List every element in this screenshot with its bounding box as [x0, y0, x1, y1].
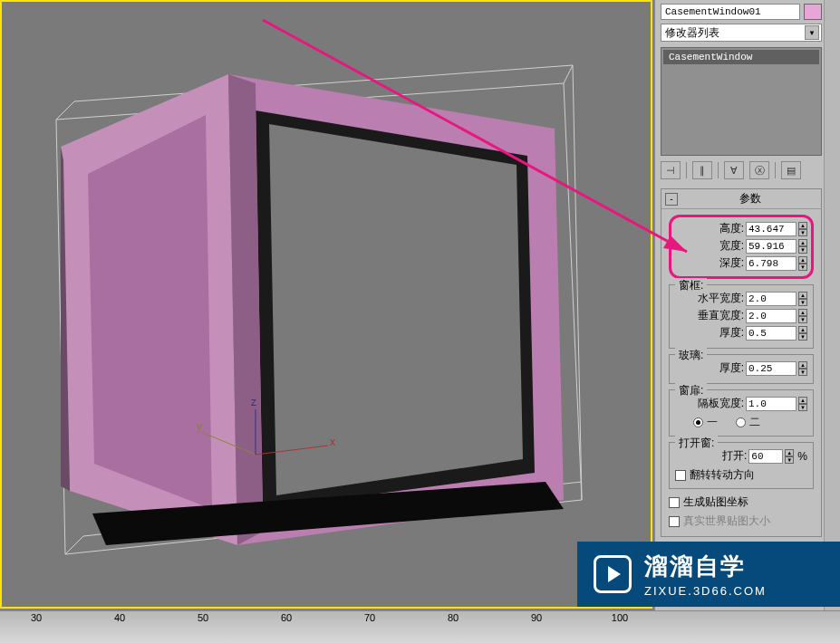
svg-text:y: y — [197, 420, 202, 433]
make-unique-icon[interactable]: ∀ — [724, 161, 744, 179]
ruler-tick: 70 — [364, 612, 375, 623]
checkbox-icon — [669, 516, 680, 527]
ruler-tick: 50 — [198, 612, 208, 623]
width-spinner[interactable]: ▲▼ — [798, 239, 807, 254]
rollout-title: 参数 — [683, 191, 817, 206]
vwidth-label: 垂直宽度: — [698, 308, 744, 323]
modifier-list-dropdown[interactable]: 修改器列表 — [661, 24, 822, 42]
height-spinner[interactable]: ▲▼ — [798, 222, 807, 236]
play-icon — [594, 555, 632, 593]
radio-label: 一 — [707, 415, 718, 430]
hwidth-spinner[interactable]: ▲▼ — [798, 292, 807, 306]
checkbox-icon — [669, 497, 680, 508]
height-label: 高度: — [719, 221, 744, 236]
radio-icon — [693, 417, 703, 427]
rollout-header[interactable]: - 参数 — [661, 189, 821, 209]
stack-item[interactable]: CasementWindow — [663, 50, 819, 64]
frame-group: 窗框: 水平宽度: ▲▼ 垂直宽度: ▲▼ 厚度: ▲▼ — [669, 284, 814, 349]
radio-label: 二 — [749, 415, 760, 430]
ruler-tick: 30 — [31, 612, 42, 623]
ruler-tick: 90 — [531, 612, 542, 623]
ruler-tick: 60 — [281, 612, 292, 623]
frame-legend: 窗框: — [675, 278, 707, 293]
watermark-title: 溜溜自学 — [644, 551, 767, 582]
open-unit: % — [797, 450, 807, 463]
radio-icon — [736, 417, 746, 427]
rollout-collapse-icon[interactable]: - — [665, 193, 678, 206]
panels-one-radio[interactable]: 一 — [693, 415, 718, 430]
panels-two-radio[interactable]: 二 — [736, 415, 760, 430]
stack-toolbar: ⊣ ∥ ∀ ⓧ ▤ — [661, 159, 822, 181]
checkbox-label: 真实世界贴图大小 — [683, 513, 770, 529]
ruler-tick: 100 — [612, 612, 628, 623]
casement-group: 窗扉: 隔板宽度: ▲▼ 一 二 — [669, 389, 814, 437]
dropdown-label: 修改器列表 — [665, 25, 719, 41]
checkbox-icon — [675, 470, 686, 481]
parameters-rollout: - 参数 高度: ▲▼ 宽度: ▲▼ 深度: — [661, 188, 822, 537]
vwidth-field[interactable] — [746, 309, 797, 323]
watermark-banner: 溜溜自学 ZIXUE.3D66.COM — [577, 542, 840, 607]
open-legend: 打开窗: — [675, 436, 718, 451]
flip-swing-checkbox[interactable]: 翻转转动方向 — [675, 467, 807, 483]
gthick-field[interactable] — [746, 361, 797, 376]
modifier-stack[interactable]: CasementWindow — [661, 47, 822, 156]
perspective-viewport[interactable]: x y z — [0, 0, 652, 609]
panel-width-field[interactable] — [746, 397, 797, 411]
gthick-spinner[interactable]: ▲▼ — [798, 361, 807, 376]
checkbox-label: 翻转转动方向 — [690, 467, 755, 483]
watermark-url: ZIXUE.3D66.COM — [644, 584, 767, 598]
pin-stack-icon[interactable]: ⊣ — [661, 161, 681, 179]
gen-map-coords-checkbox[interactable]: 生成贴图坐标 — [669, 494, 814, 510]
glass-group: 玻璃: 厚度: ▲▼ — [669, 354, 814, 384]
ruler-tick: 40 — [114, 612, 125, 623]
object-color-swatch[interactable] — [804, 4, 822, 20]
show-end-result-icon[interactable]: ∥ — [692, 161, 712, 179]
svg-marker-4 — [88, 115, 212, 509]
object-name-field[interactable] — [661, 4, 800, 20]
fthick-label: 厚度: — [719, 325, 744, 341]
fthick-field[interactable] — [746, 326, 797, 341]
depth-label: 深度: — [719, 255, 744, 271]
configure-sets-icon[interactable]: ▤ — [781, 161, 801, 179]
time-ruler[interactable]: 30 40 50 60 70 80 90 100 — [0, 610, 840, 643]
hwidth-field[interactable] — [746, 292, 797, 306]
svg-text:z: z — [251, 396, 256, 408]
casement-window-3d: x y z — [20, 29, 600, 563]
chevron-down-icon — [805, 25, 819, 40]
depth-spinner[interactable]: ▲▼ — [798, 256, 807, 271]
open-spinner[interactable]: ▲▼ — [785, 449, 794, 464]
height-field[interactable] — [746, 222, 797, 236]
width-label: 宽度: — [719, 238, 744, 254]
remove-modifier-icon[interactable]: ⓧ — [749, 161, 769, 179]
open-label: 打开: — [722, 448, 747, 464]
casement-legend: 窗扉: — [675, 383, 707, 398]
gthick-label: 厚度: — [719, 360, 744, 376]
width-field[interactable] — [746, 239, 797, 254]
fthick-spinner[interactable]: ▲▼ — [798, 326, 807, 341]
svg-marker-2 — [269, 124, 523, 495]
ruler-tick: 80 — [448, 612, 459, 623]
dimensions-highlight: 高度: ▲▼ 宽度: ▲▼ 深度: ▲▼ — [669, 215, 814, 279]
svg-text:x: x — [330, 436, 335, 448]
depth-field[interactable] — [746, 256, 797, 271]
checkbox-label: 生成贴图坐标 — [683, 494, 748, 510]
open-group: 打开窗: 打开: ▲▼ % 翻转转动方向 — [669, 442, 814, 489]
glass-legend: 玻璃: — [675, 348, 707, 363]
panel-width-spinner[interactable]: ▲▼ — [798, 397, 807, 411]
open-field[interactable] — [748, 449, 783, 464]
vwidth-spinner[interactable]: ▲▼ — [798, 309, 807, 323]
real-world-map-checkbox: 真实世界贴图大小 — [669, 513, 814, 529]
